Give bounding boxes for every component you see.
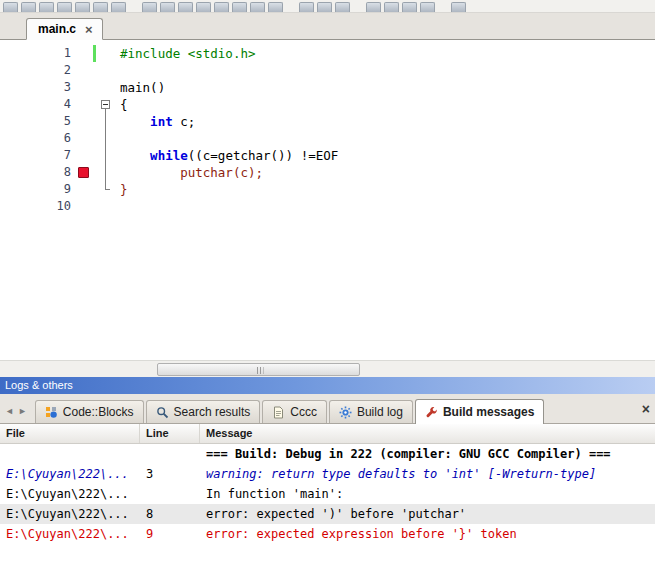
message-row[interactable]: E:\Cyuyan\222\...In function 'main': <box>0 484 655 504</box>
fold-line <box>105 130 106 147</box>
fold-collapse-icon[interactable] <box>101 100 110 109</box>
change-margin <box>92 45 99 62</box>
message-file-cell: E:\Cyuyan\222\... <box>0 504 140 524</box>
logs-tab-build-log[interactable]: Build log <box>329 400 413 423</box>
fold-line <box>105 147 106 164</box>
change-margin <box>92 96 99 113</box>
toolbar-icon[interactable] <box>451 2 466 12</box>
change-margin <box>92 130 99 147</box>
code-line: 4{ <box>0 96 655 113</box>
toolbar-icon[interactable] <box>384 2 399 12</box>
toolbar-icon[interactable] <box>268 2 283 12</box>
code-text: #include <stdio.h> <box>114 45 255 62</box>
logs-tab-cccc[interactable]: Cccc <box>262 400 327 423</box>
document-icon <box>272 406 285 419</box>
code-text <box>114 198 120 215</box>
code-line: 7 while((c=getchar()) !=EOF <box>0 147 655 164</box>
line-number: 2 <box>0 62 76 79</box>
toolbar-icon[interactable] <box>160 2 175 12</box>
toolbar-icon[interactable] <box>93 2 108 12</box>
toolbar-icon[interactable] <box>366 2 381 12</box>
logs-close-icon[interactable]: × <box>642 402 650 416</box>
change-margin <box>92 198 99 215</box>
marker-margin <box>76 62 92 79</box>
fold-margin <box>99 79 114 96</box>
logs-tab-label: Build log <box>357 405 403 419</box>
tab-close-icon[interactable]: × <box>85 23 93 36</box>
tabs-scroll-right-icon[interactable]: ► <box>18 406 27 416</box>
toolbar-icon[interactable] <box>335 2 350 12</box>
toolbar-icon[interactable] <box>142 2 157 12</box>
line-number: 7 <box>0 147 76 164</box>
toolbar-icon[interactable] <box>250 2 265 12</box>
editor-tab-main-c[interactable]: main.c × <box>26 18 103 40</box>
marker-margin <box>76 164 92 181</box>
code-text: { <box>114 96 128 113</box>
toolbar-icon[interactable] <box>111 2 126 12</box>
message-row[interactable]: E:\Cyuyan\222\...9error: expected expres… <box>0 524 655 544</box>
toolbar-icon[interactable] <box>317 2 332 12</box>
toolbar-icon[interactable] <box>3 2 18 12</box>
fold-margin <box>99 164 114 181</box>
fold-line <box>105 113 106 130</box>
message-row[interactable]: E:\Cyuyan\222\...8error: expected ')' be… <box>0 504 655 524</box>
marker-margin <box>76 147 92 164</box>
fold-margin <box>99 147 114 164</box>
marker-margin <box>76 79 92 96</box>
marker-margin <box>76 45 92 62</box>
toolbar-icon[interactable] <box>57 2 72 12</box>
message-file-cell: E:\Cyuyan\222\... <box>0 464 140 484</box>
toolbar-icon[interactable] <box>402 2 417 12</box>
code-text: main() <box>114 79 165 96</box>
toolbar-icon[interactable] <box>75 2 90 12</box>
logs-tab-code-blocks[interactable]: Code::Blocks <box>35 400 144 423</box>
line-number: 9 <box>0 181 76 198</box>
fold-margin <box>99 45 114 62</box>
toolbar-icon[interactable] <box>39 2 54 12</box>
code-line: 9} <box>0 181 655 198</box>
scrollbar-grip-icon <box>254 367 263 374</box>
fold-margin <box>99 198 114 215</box>
messages-header-row: FileLineMessage <box>0 424 655 444</box>
toolbar-group <box>366 2 435 12</box>
line-number: 3 <box>0 79 76 96</box>
line-number: 6 <box>0 130 76 147</box>
gear-icon <box>339 406 352 419</box>
scrollbar-thumb[interactable] <box>157 363 360 376</box>
main-toolbar <box>0 0 655 13</box>
changed-line-bar <box>93 45 96 62</box>
toolbar-icon[interactable] <box>196 2 211 12</box>
toolbar-icon[interactable] <box>178 2 193 12</box>
wrench-icon <box>425 406 438 419</box>
toolbar-icon[interactable] <box>214 2 229 12</box>
tab-scroll-buttons: ◄ ► <box>5 406 27 416</box>
message-line-cell: 3 <box>140 464 200 484</box>
column-header-file[interactable]: File <box>0 424 140 443</box>
message-file-cell: E:\Cyuyan\222\... <box>0 524 140 544</box>
tabs-scroll-left-icon[interactable]: ◄ <box>5 406 14 416</box>
message-row[interactable]: E:\Cyuyan\222\...3warning: return type d… <box>0 464 655 484</box>
fold-end-icon <box>105 181 106 190</box>
column-header-line[interactable]: Line <box>140 424 200 443</box>
message-row[interactable]: === Build: Debug in 222 (compiler: GNU G… <box>0 444 655 464</box>
code-editor[interactable]: 1#include <stdio.h>23main()4{5 int c;67 … <box>0 40 655 377</box>
toolbar-icon[interactable] <box>21 2 36 12</box>
toolbar-group <box>3 2 126 12</box>
code-text <box>114 62 120 79</box>
logs-tab-build-messages[interactable]: Build messages <box>415 399 544 424</box>
logs-panel-caption[interactable]: Logs & others <box>0 377 655 394</box>
toolbar-icon[interactable] <box>232 2 247 12</box>
toolbar-icon[interactable] <box>420 2 435 12</box>
fold-margin <box>99 130 114 147</box>
message-line-cell <box>140 484 200 504</box>
column-header-message[interactable]: Message <box>200 424 655 443</box>
logs-tab-label: Cccc <box>290 405 317 419</box>
change-margin <box>92 62 99 79</box>
toolbar-icon[interactable] <box>299 2 314 12</box>
logs-tab-search-results[interactable]: Search results <box>146 400 261 423</box>
search-icon <box>156 406 169 419</box>
marker-margin <box>76 130 92 147</box>
horizontal-scrollbar[interactable] <box>0 360 655 377</box>
code-line: 2 <box>0 62 655 79</box>
marker-margin <box>76 181 92 198</box>
